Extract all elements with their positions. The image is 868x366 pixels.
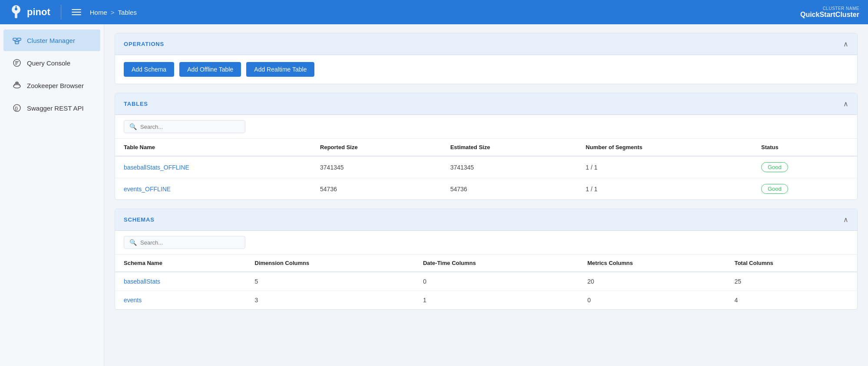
svg-rect-5 [17, 38, 21, 40]
tables-table: Table Name Reported Size Estimated Size … [115, 139, 857, 199]
svg-point-15 [13, 85, 20, 88]
add-realtime-table-button[interactable]: Add Realtime Table [246, 62, 314, 77]
search-icon: 🔍 [129, 123, 137, 130]
schema-row-datetime: 1 [414, 291, 579, 310]
table-row-status: Good [752, 178, 857, 200]
chevron-up-icon [843, 215, 848, 224]
svg-point-3 [15, 8, 17, 10]
breadcrumb-current: Tables [118, 9, 137, 16]
table-row-segments: 1 / 1 [577, 156, 752, 178]
table-row-name: events_OFFLINE [115, 178, 311, 200]
schema-row-dimension: 5 [246, 272, 415, 291]
add-offline-table-button[interactable]: Add Offline Table [179, 62, 241, 77]
top-navigation: pinot Home > Tables CLUSTER NAME QuickSt… [0, 0, 868, 24]
tables-search-wrap: 🔍 [124, 120, 245, 133]
table-row-reported-size: 3741345 [311, 156, 442, 178]
breadcrumb-separator: > [111, 9, 115, 16]
schema-row-dimension: 3 [246, 291, 415, 310]
col-metrics-columns: Metrics Columns [579, 255, 726, 272]
operations-header: OPERATIONS [115, 33, 857, 55]
breadcrumb-home[interactable]: Home [90, 9, 107, 16]
sidebar-label-zookeeper-browser: Zookeeper Browser [27, 82, 84, 89]
schema-name-link[interactable]: baseballStats [124, 278, 160, 285]
schemas-table: Schema Name Dimension Columns Date-Time … [115, 255, 857, 309]
cluster-info: CLUSTER NAME QuickStartCluster [800, 6, 859, 19]
schema-row-metrics: 0 [579, 291, 726, 310]
tables-collapse-button[interactable] [843, 99, 848, 108]
status-badge: Good [761, 184, 788, 194]
sidebar-item-swagger-rest-api[interactable]: {} Swagger REST API [3, 97, 100, 119]
svg-rect-1 [15, 13, 17, 18]
table-name-link[interactable]: events_OFFLINE [124, 186, 171, 193]
schemas-header: SCHEMAS [115, 209, 857, 231]
sidebar: Cluster Manager Query Console [0, 24, 104, 366]
schema-row: events 3 1 0 4 [115, 291, 857, 310]
cluster-name: QuickStartCluster [800, 11, 859, 19]
operations-title: OPERATIONS [124, 41, 164, 47]
schemas-section: SCHEMAS 🔍 Schema Name Dimension Columns … [115, 209, 858, 310]
col-reported-size: Reported Size [311, 139, 442, 156]
tables-search-input[interactable] [140, 124, 240, 130]
main-layout: Cluster Manager Query Console [0, 24, 868, 366]
col-status: Status [752, 139, 857, 156]
cluster-label: CLUSTER NAME [800, 6, 859, 11]
search-icon: 🔍 [129, 239, 137, 246]
schema-row-metrics: 20 [579, 272, 726, 291]
col-datetime-columns: Date-Time Columns [414, 255, 579, 272]
pinot-logo-icon [9, 5, 23, 20]
swagger-icon: {} [12, 103, 22, 113]
main-content: OPERATIONS Add Schema Add Offline Table … [104, 24, 868, 366]
breadcrumb: Home > Tables [90, 9, 137, 16]
col-estimated-size: Estimated Size [442, 139, 577, 156]
schemas-search-container: 🔍 [115, 231, 857, 255]
table-row-name: baseballStats_OFFLINE [115, 156, 311, 178]
col-table-name: Table Name [115, 139, 311, 156]
schema-row: baseballStats 5 0 20 25 [115, 272, 857, 291]
col-schema-name: Schema Name [115, 255, 246, 272]
schemas-search-wrap: 🔍 [124, 236, 245, 249]
schemas-search-input[interactable] [140, 239, 240, 246]
schemas-title: SCHEMAS [124, 216, 155, 223]
col-total-columns: Total Columns [726, 255, 857, 272]
schema-name-link[interactable]: events [124, 297, 142, 304]
tables-header-row: Table Name Reported Size Estimated Size … [115, 139, 857, 156]
schema-row-name: baseballStats [115, 272, 246, 291]
svg-rect-4 [13, 38, 17, 40]
sidebar-label-cluster-manager: Cluster Manager [27, 37, 75, 44]
logo-text: pinot [27, 7, 50, 18]
operations-section: OPERATIONS Add Schema Add Offline Table … [115, 33, 858, 84]
logo: pinot [9, 5, 61, 20]
svg-text:{}: {} [15, 106, 18, 111]
operations-body: Add Schema Add Offline Table Add Realtim… [115, 55, 857, 84]
query-icon [12, 58, 22, 68]
add-schema-button[interactable]: Add Schema [124, 62, 174, 77]
status-badge: Good [761, 162, 788, 172]
operations-collapse-button[interactable] [843, 39, 848, 49]
schemas-collapse-button[interactable] [843, 215, 848, 224]
table-row-estimated-size: 3741345 [442, 156, 577, 178]
tables-header: TABLES [115, 93, 857, 115]
table-row-segments: 1 / 1 [577, 178, 752, 200]
sidebar-label-query-console: Query Console [27, 59, 70, 67]
table-name-link[interactable]: baseballStats_OFFLINE [124, 164, 189, 171]
zookeeper-icon [12, 81, 22, 90]
sidebar-label-swagger-rest-api: Swagger REST API [27, 105, 84, 112]
table-row-estimated-size: 54736 [442, 178, 577, 200]
sidebar-item-query-console[interactable]: Query Console [3, 52, 100, 74]
schemas-header-row: Schema Name Dimension Columns Date-Time … [115, 255, 857, 272]
chevron-up-icon [843, 99, 848, 108]
schema-row-name: events [115, 291, 246, 310]
hamburger-menu-icon[interactable] [72, 9, 81, 15]
schema-row-total: 25 [726, 272, 857, 291]
table-row-reported-size: 54736 [311, 178, 442, 200]
col-dimension-columns: Dimension Columns [246, 255, 415, 272]
tables-section: TABLES 🔍 Table Name Reported Size Estima… [115, 93, 858, 200]
sidebar-item-cluster-manager[interactable]: Cluster Manager [3, 29, 100, 51]
tables-search-container: 🔍 [115, 115, 857, 139]
tables-title: TABLES [124, 101, 148, 107]
schema-row-total: 4 [726, 291, 857, 310]
cluster-icon [12, 36, 22, 45]
sidebar-item-zookeeper-browser[interactable]: Zookeeper Browser [3, 75, 100, 96]
chevron-up-icon [843, 39, 848, 49]
table-row-status: Good [752, 156, 857, 178]
